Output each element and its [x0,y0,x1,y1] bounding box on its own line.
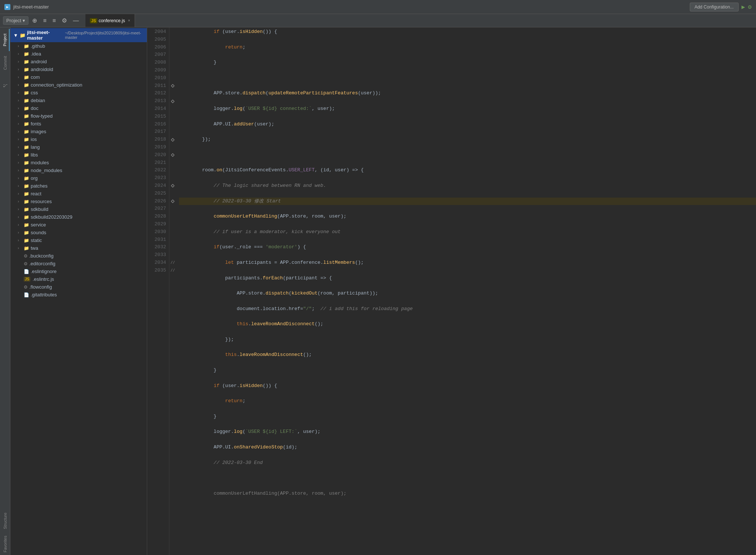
folder-icon: 📁 [24,98,29,103]
tree-item-twa[interactable]: ›📁twa [10,244,147,252]
tree-item-doc[interactable]: ›📁doc [10,104,147,112]
line-number: 2019 [147,144,166,151]
tree-item-ios[interactable]: ›📁ios [10,135,147,143]
sidebar-item-favorites[interactable]: Favorites [1,533,10,555]
add-icon-button[interactable]: ⊕ [30,16,39,26]
tree-root[interactable]: ▼ 📁 jitsi-meet-master ~/Desktop/Project/… [10,28,147,42]
folder-icon: 📁 [24,184,29,189]
gutter-mark [169,151,176,159]
tree-item-static[interactable]: ›📁static [10,236,147,244]
tree-item--eslintignore[interactable]: 📄.eslintignore [10,268,147,275]
code-line: // 2022-03-30 修改 Start [179,198,756,205]
folder-icon: 📁 [24,129,29,134]
chevron-icon: › [18,184,22,188]
chevron-icon: › [18,238,22,242]
sidebar-item-project[interactable]: Project [1,29,10,51]
tree-item-flow-typed[interactable]: ›📁flow-typed [10,112,147,120]
gutter-mark: // [169,267,176,275]
file-label: .eslintignore [31,269,57,274]
code-line: // if user is a moderator, kick everyone… [179,228,756,236]
file-label: .eslintrc.js [33,276,54,282]
add-configuration-button[interactable]: Add Configuration... [690,3,739,11]
folder-label: resources [31,199,52,204]
folder-icon: 📁 [24,160,29,165]
folder-icon: 📁 [24,152,29,158]
tab-close-button[interactable]: × [128,18,130,23]
folder-label: doc [31,105,38,111]
gutter-mark [169,59,176,67]
tree-item-android[interactable]: ›📁android [10,58,147,65]
tree-item-org[interactable]: ›📁org [10,174,147,182]
folder-icon: 📁 [24,246,29,251]
tree-item-sdkbuild[interactable]: ›📁sdkbuild [10,205,147,213]
tree-item-fonts[interactable]: ›📁fonts [10,120,147,128]
hide-button[interactable]: — [71,16,81,26]
folder-label: .idea [31,51,41,57]
line-number: 2024 [147,182,166,190]
gutter-mark [169,67,176,74]
chevron-icon: › [18,145,22,149]
code-content[interactable]: if (user.isHidden()) { return; } APP.sto… [176,27,756,555]
chevron-icon: › [18,207,22,211]
debug-icon[interactable]: ⚙ [748,3,752,11]
folder-icon: 📁 [24,51,29,57]
tree-item-sdkbuild202203029[interactable]: ›📁sdkbuild202203029 [10,213,147,221]
tab-bar: JS conference.js × [85,14,135,27]
tree-item--editorconfig[interactable]: ⚙.editorconfig [10,260,147,268]
tree-item-service[interactable]: ›📁service [10,221,147,229]
code-line: }); [179,336,756,344]
tree-item-images[interactable]: ›📁images [10,128,147,135]
sidebar-item-structure[interactable]: Structure [1,510,10,532]
tree-item--flowconfig[interactable]: ⚙.flowconfig [10,283,147,291]
line-number: 2017 [147,128,166,136]
run-icon[interactable]: ▶ [742,3,745,11]
folder-icon: 📁 [24,191,29,196]
file-tree[interactable]: ▼ 📁 jitsi-meet-master ~/Desktop/Project/… [10,27,147,555]
tree-item-connection_optimization[interactable]: ›📁connection_optimization [10,81,147,89]
tree-item-sounds[interactable]: ›📁sounds [10,229,147,236]
tree-item--gitattributes[interactable]: 📄.gitattributes [10,291,147,299]
tree-item--eslintrc-js[interactable]: JS.eslintrc.js [10,275,147,283]
chevron-icon: › [18,246,22,250]
tree-item-debian[interactable]: ›📁debian [10,97,147,104]
title-bar: ▶ jitsi-meet-master Add Configuration...… [0,0,756,14]
file-icon: ⚙ [24,285,28,290]
file-label: .flowconfig [29,284,52,290]
tree-item-modules[interactable]: ›📁modules [10,159,147,166]
expand-all-button[interactable]: ≡ [50,16,58,26]
line-number: 2033 [147,251,166,259]
code-line: // The logic shared between RN and web. [179,182,756,190]
folder-icon: 📁 [24,83,29,88]
tree-item-com[interactable]: ›📁com [10,73,147,81]
tree-item--github[interactable]: ›📁.github [10,42,147,50]
sidebar-item-git[interactable]: ⎇ [1,75,10,97]
chevron-icon: › [18,44,22,48]
sidebar-item-commit[interactable]: Commit [1,52,10,74]
project-dropdown-button[interactable]: Project ▾ [3,16,28,25]
settings-button[interactable]: ⚙ [60,16,69,26]
collapse-all-button[interactable]: ≡ [41,16,48,26]
folder-label: css [31,90,38,95]
tree-item-css[interactable]: ›📁css [10,89,147,97]
line-number: 2006 [147,44,166,51]
chevron-icon: › [18,60,22,64]
gutter-mark [169,213,176,221]
app-icon: ▶ [4,4,10,10]
tree-item-node_modules[interactable]: ›📁node_modules [10,166,147,174]
tree-item-lang[interactable]: ›📁lang [10,143,147,151]
chevron-icon: › [18,161,22,165]
tree-item-patches[interactable]: ›📁patches [10,182,147,190]
chevron-icon: › [18,83,22,87]
tree-item-resources[interactable]: ›📁resources [10,198,147,205]
tree-item-react[interactable]: ›📁react [10,190,147,198]
folder-icon: 📁 [24,168,29,173]
tree-item--idea[interactable]: ›📁.idea [10,50,147,58]
tree-item--buckconfig[interactable]: ⚙.buckconfig [10,252,147,260]
gutter-mark [169,243,176,251]
dropdown-arrow: ▾ [23,18,25,23]
svg-marker-4 [171,184,174,187]
code-line [179,505,756,513]
conference-js-tab[interactable]: JS conference.js × [85,14,135,27]
tree-item-libs[interactable]: ›📁libs [10,151,147,159]
tree-item-androidold[interactable]: ›📁androidold [10,65,147,73]
